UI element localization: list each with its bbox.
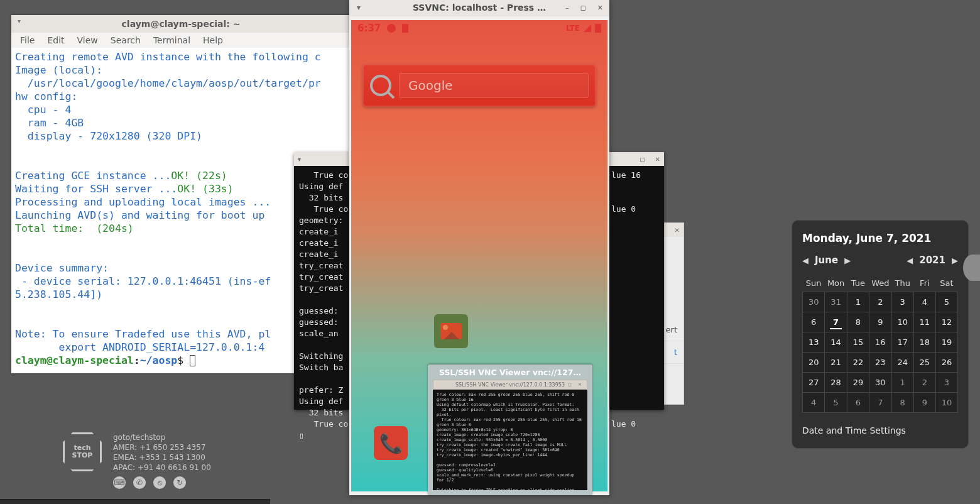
fingerprint-icon[interactable]: ⌨ <box>113 476 126 489</box>
techstop-info: goto/techstop AMER: +1 650 253 4357 EMEA… <box>113 432 211 489</box>
calendar-day[interactable]: 12 <box>935 312 957 332</box>
calendar-day[interactable]: 20 <box>803 353 825 373</box>
terminal-menubar: File Edit View Search Terminal Help <box>11 33 351 48</box>
google-search-widget[interactable]: Google <box>362 64 596 107</box>
phone-icon[interactable]: ✆ <box>133 476 146 489</box>
calendar-day[interactable]: 7 <box>869 393 892 413</box>
calendar-day[interactable]: 2 <box>913 373 935 393</box>
menu-terminal[interactable]: Terminal <box>153 35 190 45</box>
calendar-day[interactable]: 13 <box>803 332 825 353</box>
calendar-day[interactable]: 6 <box>803 312 825 332</box>
refresh-icon[interactable]: ↻ <box>173 476 186 489</box>
chat-icon[interactable]: ⎋ <box>153 476 166 489</box>
calendar-day[interactable]: 9 <box>913 393 935 413</box>
calendar-day[interactable]: 3 <box>935 373 957 393</box>
calendar-day[interactable]: 11 <box>913 312 935 332</box>
search-icon <box>370 75 391 96</box>
prev-year-button[interactable]: ◀ <box>906 256 913 265</box>
calendar-day[interactable]: 7 <box>825 312 847 332</box>
term-line: Creating remote AVD instance with the fo… <box>15 51 321 63</box>
prev-month-button[interactable]: ◀ <box>802 256 808 265</box>
calendar-day[interactable]: 18 <box>913 332 935 353</box>
calendar-day[interactable]: 25 <box>913 353 935 373</box>
techstop-amer: AMER: +1 650 253 4357 <box>113 442 211 452</box>
calendar-day[interactable]: 4 <box>913 292 935 312</box>
bg-terminal-left: ▾ True co Using def 32 bits True co geom… <box>294 152 351 410</box>
calendar-day[interactable]: 16 <box>869 332 892 353</box>
term-line: Waiting for SSH server ... <box>15 183 177 195</box>
menu-help[interactable]: Help <box>203 35 223 45</box>
android-status-bar[interactable]: 6:37 LTE <box>351 20 607 36</box>
phone-app-icon[interactable]: 📞 <box>374 426 408 460</box>
bg-titlebar-right[interactable]: ◻ ✕ <box>606 152 664 166</box>
calendar-day[interactable]: 3 <box>891 292 913 312</box>
calendar-day[interactable]: 8 <box>891 393 913 413</box>
term-line: Device summary: <box>15 262 109 274</box>
calendar-full-date: Monday, June 7, 2021 <box>802 232 958 244</box>
date-time-settings-link[interactable]: Date and Time Settings <box>802 425 958 436</box>
next-year-button[interactable]: ▶ <box>952 256 958 265</box>
picture-icon <box>440 323 462 339</box>
recent-app-preview[interactable]: SSL/SSH VNC Viewer vnc://127… SSL/SSH VN… <box>428 364 592 495</box>
android-home-screen[interactable]: 6:37 LTE Google 📞 SSL/SSH VNC Viewer vnc… <box>351 20 607 491</box>
window-restore-icon[interactable]: ▾ <box>298 156 301 163</box>
search-input[interactable]: Google <box>399 73 589 98</box>
calendar-day[interactable]: 15 <box>847 332 869 353</box>
menu-file[interactable]: File <box>20 35 35 45</box>
window-restore-icon[interactable]: ▾ <box>357 3 361 12</box>
calendar-day[interactable]: 9 <box>869 312 892 332</box>
terminal-titlebar[interactable]: ▾ claym@claym-special: ~ <box>11 15 351 33</box>
info-icon <box>387 24 396 33</box>
calendar-day[interactable]: 1 <box>891 373 913 393</box>
window-maximize-icon[interactable]: ◻ <box>580 4 586 12</box>
calendar-day[interactable]: 1 <box>847 292 869 312</box>
window-close-icon[interactable]: ✕ <box>655 156 660 163</box>
ssvnc-titlebar[interactable]: ▾ SSVNC: localhost - Press … – ◻ ✕ <box>349 0 609 16</box>
panel-collapse-handle[interactable] <box>963 255 980 281</box>
calendar-dow: Fri <box>913 275 935 292</box>
window-close-icon[interactable]: ✕ <box>597 4 603 12</box>
window-restore-icon[interactable]: ▾ <box>18 18 25 25</box>
prompt-user: claym@claym-special <box>15 354 134 366</box>
techstop-panel: techSTOP goto/techstop AMER: +1 650 253 … <box>63 432 211 489</box>
calendar-day[interactable]: 5 <box>825 393 847 413</box>
calendar-day[interactable]: 31 <box>825 292 847 312</box>
menu-view[interactable]: View <box>77 35 98 45</box>
window-close-icon[interactable]: ✕ <box>675 227 680 234</box>
calendar-day[interactable]: 6 <box>847 393 869 413</box>
calendar-day[interactable]: 30 <box>869 373 892 393</box>
calendar-day[interactable]: 8 <box>847 312 869 332</box>
calendar-day[interactable]: 2 <box>869 292 892 312</box>
calendar-day[interactable]: 24 <box>891 353 913 373</box>
terminal-cursor <box>190 355 195 366</box>
calendar-day[interactable]: 30 <box>803 292 825 312</box>
next-month-button[interactable]: ▶ <box>844 256 851 265</box>
calendar-day[interactable]: 5 <box>935 292 957 312</box>
notification-icon <box>402 24 408 33</box>
calendar-day[interactable]: 22 <box>847 353 869 373</box>
calendar-day[interactable]: 27 <box>803 373 825 393</box>
battery-icon <box>595 24 601 33</box>
calendar-dow: Tue <box>847 275 869 292</box>
menu-search[interactable]: Search <box>111 35 141 45</box>
window-maximize-icon[interactable]: ◻ <box>640 156 645 163</box>
window-minimize-icon[interactable]: – <box>565 4 569 12</box>
bg-titlebar-left[interactable]: ▾ <box>294 152 351 166</box>
calendar-day[interactable]: 26 <box>935 353 957 373</box>
taskbar[interactable] <box>0 499 270 504</box>
calendar-month[interactable]: June <box>815 255 838 266</box>
calendar-day[interactable]: 14 <box>825 332 847 353</box>
calendar-day[interactable]: 17 <box>891 332 913 353</box>
calendar-day[interactable]: 10 <box>891 312 913 332</box>
calendar-day[interactable]: 21 <box>825 353 847 373</box>
calendar-day[interactable]: 23 <box>869 353 892 373</box>
calendar-day[interactable]: 19 <box>935 332 957 353</box>
calendar-nav: ◀ June ▶ ◀ 2021 ▶ <box>802 255 958 266</box>
calendar-day[interactable]: 28 <box>825 373 847 393</box>
gallery-app-icon[interactable] <box>434 314 468 348</box>
calendar-day[interactable]: 4 <box>803 393 825 413</box>
calendar-day[interactable]: 10 <box>935 393 957 413</box>
menu-edit[interactable]: Edit <box>47 35 64 45</box>
calendar-year[interactable]: 2021 <box>919 255 945 266</box>
calendar-day[interactable]: 29 <box>847 373 869 393</box>
